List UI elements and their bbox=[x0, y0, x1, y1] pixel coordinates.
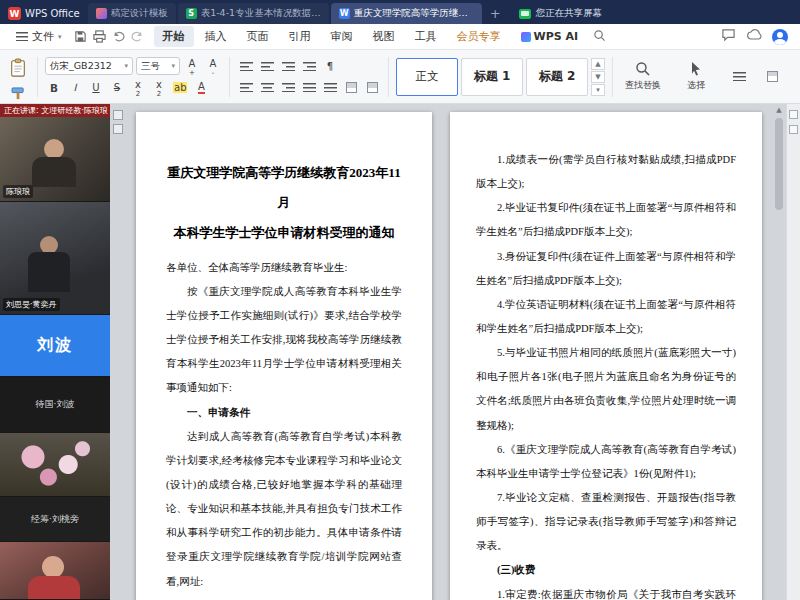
italic-icon[interactable]: I bbox=[66, 79, 84, 96]
increase-indent-icon[interactable] bbox=[300, 58, 318, 75]
align-right-icon[interactable] bbox=[279, 79, 297, 96]
align-center-icon[interactable] bbox=[258, 79, 276, 96]
doc-paragraph[interactable]: 5.与毕业证书照片相同的纸质照片(蓝底彩照大一寸)和电子照片各1张(电子照片为蓝… bbox=[476, 341, 736, 438]
font-size-select[interactable]: 三号 ▾ bbox=[136, 57, 180, 75]
bold-icon[interactable]: B bbox=[45, 79, 63, 96]
participant-audio-tile[interactable]: 待国·刘波 bbox=[0, 377, 110, 433]
borders-icon[interactable] bbox=[363, 79, 381, 96]
participant-video-tile[interactable]: 陈琅琅 bbox=[0, 117, 110, 202]
wps-home-button[interactable]: W WPS Office bbox=[6, 7, 88, 24]
file-menu-button[interactable]: 文件 ▾ bbox=[8, 26, 70, 47]
screen-share-label: 您正在共享屏幕 bbox=[536, 7, 603, 20]
align-left-icon[interactable] bbox=[237, 79, 255, 96]
font-name-select[interactable]: 仿宋_GB2312 ▾ bbox=[45, 57, 133, 75]
cloud-sync-icon[interactable] bbox=[746, 29, 762, 44]
participant-video-tile[interactable] bbox=[0, 542, 110, 600]
vertical-scrollbar[interactable]: ▲ bbox=[774, 104, 784, 600]
document-title-line-1[interactable]: 重庆文理学院高等学历继续教育2023年11月 bbox=[166, 158, 402, 218]
ribbon-tab-membership[interactable]: 会员专享 bbox=[448, 26, 510, 47]
doc-paragraph[interactable]: 各单位、全体高等学历继续教育毕业生: bbox=[166, 256, 402, 280]
decrease-font-icon[interactable]: A- bbox=[204, 58, 222, 75]
style-heading-1[interactable]: 标题 1 bbox=[461, 58, 523, 96]
print-icon[interactable] bbox=[93, 30, 106, 43]
styles-scroll-down-icon[interactable]: ▼ bbox=[591, 71, 605, 83]
style-heading-2[interactable]: 标题 2 bbox=[526, 58, 588, 96]
outline-toggle-icon[interactable] bbox=[113, 124, 123, 134]
scrollbar-thumb[interactable] bbox=[775, 118, 783, 210]
doc-paragraph[interactable]: 1.成绩表一份(需学员自行核对黏贴成绩,扫描成PDF版本上交); bbox=[476, 148, 736, 196]
document-title[interactable]: 重庆文理学院高等学历继续教育2023年11月 本科学生学士学位申请材料受理的通知 bbox=[166, 158, 402, 248]
line-spacing-icon[interactable] bbox=[321, 79, 339, 96]
new-tab-button[interactable]: + bbox=[484, 6, 509, 24]
user-avatar[interactable] bbox=[772, 29, 788, 45]
underline-icon[interactable]: U bbox=[87, 79, 105, 96]
doc-heading[interactable]: (三)收费 bbox=[476, 558, 736, 582]
doc-tab-template[interactable]: 稿定设计模板 bbox=[88, 3, 176, 24]
participant-video-tile-flowers[interactable] bbox=[0, 433, 110, 497]
bullet-list-icon[interactable] bbox=[237, 58, 255, 75]
document-page-1[interactable]: 重庆文理学院高等学历继续教育2023年11月 本科学生学士学位申请材料受理的通知… bbox=[136, 112, 432, 600]
doc-tab-current-document[interactable]: W 重庆文理学院高等学历继续教... bbox=[331, 3, 482, 24]
find-replace-button[interactable]: 查找替换 bbox=[620, 61, 666, 92]
participant-name-card[interactable]: 刘波 bbox=[0, 315, 110, 377]
properties-pane-icon[interactable] bbox=[789, 125, 798, 134]
ribbon-tab-view[interactable]: 视图 bbox=[364, 26, 404, 47]
superscript-icon[interactable]: x2 bbox=[129, 79, 147, 96]
template-doc-icon bbox=[96, 8, 107, 19]
comment-bubble-icon[interactable] bbox=[721, 28, 736, 45]
paste-button[interactable] bbox=[6, 51, 30, 85]
ribbon-tab-tools[interactable]: 工具 bbox=[406, 26, 446, 47]
app-name: WPS Office bbox=[25, 8, 80, 19]
style-normal[interactable]: 正文 bbox=[396, 58, 458, 96]
styles-scroll-up-icon[interactable]: ▲ bbox=[591, 58, 605, 70]
doc-paragraph[interactable]: 7.毕业论文定稿、查重检测报告、开题报告(指导教师手写签字)、指导记录表(指导教… bbox=[476, 486, 736, 558]
screen-share-indicator[interactable]: 您正在共享屏幕 bbox=[519, 7, 603, 20]
participant-video-tile[interactable]: 刘思旻·黄奕丹 bbox=[0, 202, 110, 315]
doc-paragraph[interactable]: 2.毕业证书复印件(须在证书上面签署“与原件相符和学生姓名”后扫描成PDF版本上… bbox=[476, 196, 736, 244]
document-title-line-2[interactable]: 本科学生学士学位申请材料受理的通知 bbox=[166, 218, 402, 248]
styles-more-icon[interactable]: ▾ bbox=[591, 84, 605, 96]
subscript-icon[interactable]: x2 bbox=[150, 79, 168, 96]
task-pane-icon[interactable] bbox=[789, 110, 798, 119]
font-color-icon[interactable]: A bbox=[192, 79, 210, 96]
doc-paragraph[interactable]: 按《重庆文理学院成人高等教育本科毕业生学士学位授予工作实施细则(试行)》要求,结… bbox=[166, 280, 402, 401]
ribbon-search-icon[interactable] bbox=[593, 29, 606, 45]
document-page-2[interactable]: 1.成绩表一份(需学员自行核对黏贴成绩,扫描成PDF版本上交); 2.毕业证书复… bbox=[450, 112, 762, 600]
doc-paragraph[interactable]: 达到成人高等教育(高等教育自学考试)本科教学计划要求,经考核修完本专业课程学习和… bbox=[166, 425, 402, 594]
strikethrough-icon[interactable]: S bbox=[108, 79, 126, 96]
select-button[interactable]: 选择 bbox=[673, 61, 719, 92]
text-layout-tool-icon[interactable] bbox=[726, 62, 752, 92]
doc-heading[interactable]: 一、申请条件 bbox=[166, 401, 402, 425]
styles-gallery-scroll: ▲ ▼ ▾ bbox=[591, 58, 605, 96]
doc-paragraph[interactable]: 1.审定费:依据重庆市物价局《关于我市自考实践环节考核(考试)费收费标准有关问题… bbox=[476, 583, 736, 600]
doc-paragraph[interactable]: 4.学位英语证明材料(须在证书上面签署“与原件相符和学生姓名”后扫描成PDF版本… bbox=[476, 293, 736, 341]
batch-tool-icon[interactable] bbox=[759, 62, 785, 92]
ribbon-tab-home[interactable]: 开始 bbox=[154, 26, 194, 47]
chevron-down-icon: ▾ bbox=[124, 62, 128, 70]
nav-pane-toggle-icon[interactable] bbox=[113, 110, 123, 120]
highlight-color-icon[interactable]: ab bbox=[171, 79, 189, 96]
document-canvas[interactable]: 重庆文理学院高等学历继续教育2023年11月 本科学生学士学位申请材料受理的通知… bbox=[110, 104, 800, 600]
ribbon-tab-wps-ai[interactable]: WPS AI bbox=[512, 27, 588, 46]
save-icon[interactable] bbox=[74, 30, 87, 43]
redo-icon[interactable] bbox=[131, 30, 144, 43]
doc-paragraph[interactable]: 6.《重庆文理学院成人高等教育(高等教育自学考试)本科毕业生申请学士学位登记表》… bbox=[476, 438, 736, 486]
shading-icon[interactable] bbox=[342, 79, 360, 96]
find-replace-label: 查找替换 bbox=[625, 79, 661, 92]
undo-icon[interactable] bbox=[112, 30, 125, 43]
scroll-up-arrow-icon[interactable]: ▲ bbox=[774, 104, 784, 116]
ribbon-tab-review[interactable]: 审阅 bbox=[322, 26, 362, 47]
participant-audio-tile[interactable]: 经筹·刘桃旁 bbox=[0, 497, 110, 542]
increase-font-icon[interactable]: A+ bbox=[183, 58, 201, 75]
doc-link-text[interactable]: https://jj.cqwu.edu.cn/article_323503.ht… bbox=[166, 594, 402, 600]
justify-icon[interactable] bbox=[300, 79, 318, 96]
ribbon-tab-insert[interactable]: 插入 bbox=[196, 26, 236, 47]
numbered-list-icon[interactable] bbox=[258, 58, 276, 75]
show-marks-icon[interactable]: ¶ bbox=[321, 58, 339, 75]
format-painter-button[interactable] bbox=[11, 87, 26, 103]
ribbon-tab-reference[interactable]: 引用 bbox=[280, 26, 320, 47]
doc-tab-spreadsheet[interactable]: S 表1-4-1专业基本情况数据.xlsx bbox=[178, 3, 329, 24]
ribbon-tab-page[interactable]: 页面 bbox=[238, 26, 278, 47]
decrease-indent-icon[interactable] bbox=[279, 58, 297, 75]
doc-paragraph[interactable]: 3.身份证复印件(须在证件上面签署“与原件相符和学生姓名”后扫描成PDF版本上交… bbox=[476, 245, 736, 293]
